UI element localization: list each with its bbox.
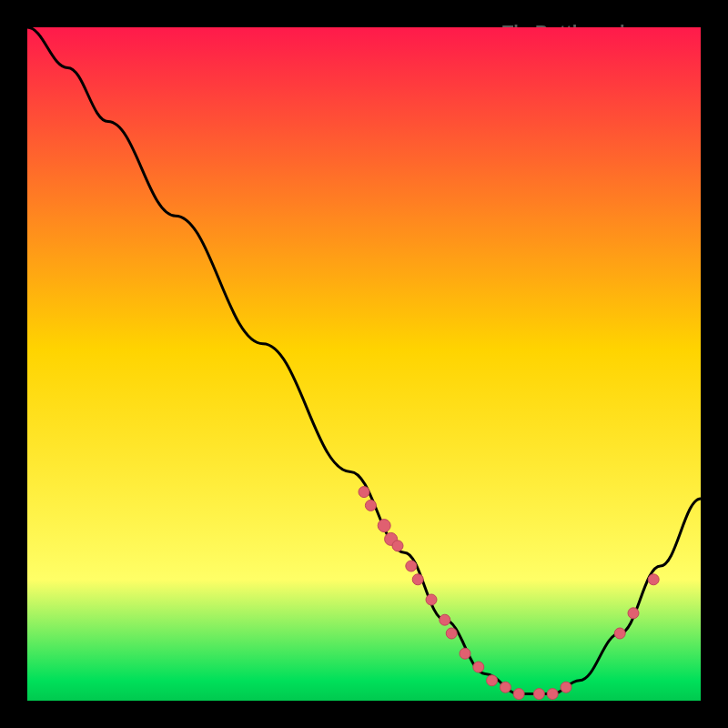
chart-svg	[27, 27, 701, 701]
gradient-background	[27, 27, 701, 701]
data-marker	[533, 689, 544, 700]
data-marker	[500, 682, 511, 693]
plot-area	[27, 27, 701, 701]
data-marker	[440, 614, 450, 625]
data-marker	[648, 574, 659, 585]
data-marker	[473, 662, 484, 672]
data-marker	[365, 500, 376, 511]
data-marker	[460, 648, 470, 659]
data-marker	[406, 561, 417, 571]
data-marker	[446, 628, 457, 639]
data-marker	[412, 574, 423, 585]
data-marker	[547, 689, 558, 700]
data-marker	[426, 594, 437, 605]
data-marker	[513, 689, 524, 700]
data-marker	[392, 541, 403, 551]
data-marker	[561, 682, 571, 693]
data-marker	[614, 628, 625, 639]
data-marker	[378, 520, 390, 532]
data-marker	[487, 675, 498, 686]
data-marker	[359, 487, 369, 498]
data-marker	[628, 608, 639, 619]
chart-frame: TheBottlenecker.com	[18, 18, 710, 710]
